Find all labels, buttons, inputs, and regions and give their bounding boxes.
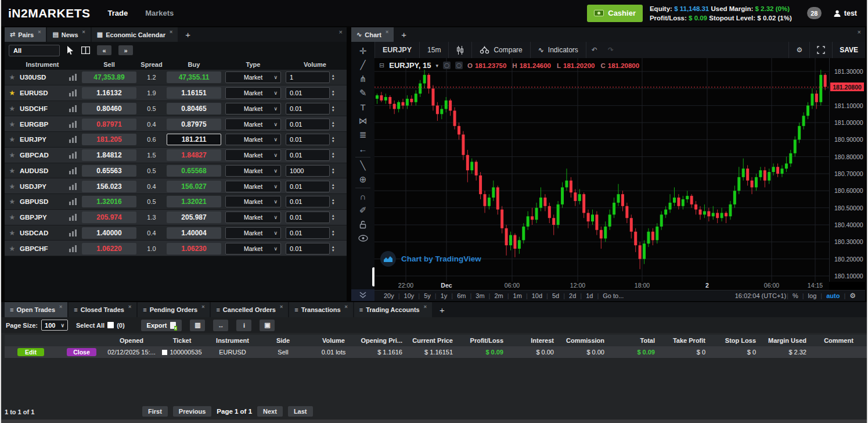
stepper-down-icon[interactable]: ▾ bbox=[332, 233, 334, 236]
range-button-3m[interactable]: 3m bbox=[472, 292, 488, 299]
trendline-icon[interactable]: ╱ bbox=[351, 58, 374, 72]
legend-settings-button[interactable]: ◯ bbox=[455, 62, 463, 69]
open-chart-button[interactable] bbox=[65, 89, 80, 96]
close-trade-button[interactable]: Close bbox=[67, 348, 96, 356]
range-button-1d[interactable]: 1d bbox=[582, 292, 596, 299]
volume-input[interactable]: 0.01 bbox=[286, 243, 330, 254]
open-chart-button[interactable] bbox=[65, 167, 80, 174]
instrument-row-gbpcad[interactable]: ★GBPCAD1.848121.51.84827Market∨0.01▴▾ bbox=[5, 148, 347, 163]
volume-stepper[interactable]: ▴▾ bbox=[332, 105, 334, 112]
stepper-down-icon[interactable]: ▾ bbox=[332, 124, 334, 128]
favorite-star-icon[interactable]: ★ bbox=[5, 229, 20, 237]
range-button-5y[interactable]: 5y bbox=[420, 292, 434, 299]
collapse-legend-icon[interactable]: ⊟ bbox=[379, 62, 384, 69]
order-type-select[interactable]: Market∨ bbox=[225, 227, 281, 239]
stepper-down-icon[interactable]: ▾ bbox=[332, 109, 334, 112]
volume-stepper[interactable]: ▴▾ bbox=[332, 183, 334, 190]
volume-stepper[interactable]: ▴▾ bbox=[332, 136, 334, 143]
cashier-button[interactable]: Cashier bbox=[587, 5, 643, 22]
open-chart-button[interactable] bbox=[65, 105, 80, 112]
tab-pending-orders[interactable]: ≡Pending Orders× bbox=[138, 302, 210, 317]
save-chart-button[interactable]: SAVE bbox=[832, 42, 865, 58]
interval-button[interactable]: 15m bbox=[420, 42, 449, 58]
volume-input[interactable]: 0.01 bbox=[286, 134, 330, 145]
tab-economic-calendar[interactable]: ▦Economic Calendar× bbox=[92, 27, 178, 42]
order-type-select[interactable]: Market∨ bbox=[225, 196, 281, 207]
stepper-down-icon[interactable]: ▾ bbox=[332, 202, 334, 205]
sell-price-button[interactable]: 1.32016 bbox=[82, 196, 136, 207]
instrument-row-usdcad[interactable]: ★USDCAD1.400000.41.40004Market∨0.01▴▾ bbox=[5, 225, 347, 241]
buy-price-button[interactable]: 205.987 bbox=[167, 212, 221, 223]
sell-price-button[interactable]: 0.80460 bbox=[82, 103, 136, 114]
user-menu[interactable]: test bbox=[833, 9, 860, 17]
volume-stepper[interactable]: ▴▾ bbox=[332, 230, 334, 236]
stepper-down-icon[interactable]: ▾ bbox=[332, 77, 334, 81]
favorite-star-icon[interactable]: ★ bbox=[5, 120, 20, 128]
sell-price-button[interactable]: 1.40000 bbox=[82, 227, 136, 239]
volume-input[interactable]: 0.01 bbox=[286, 87, 330, 99]
open-chart-button[interactable] bbox=[65, 183, 80, 190]
order-type-select[interactable]: Market∨ bbox=[225, 181, 281, 192]
stepper-down-icon[interactable]: ▾ bbox=[332, 187, 334, 190]
save-layout-button[interactable]: ▣ bbox=[260, 320, 275, 331]
volume-stepper[interactable]: ▴▾ bbox=[332, 214, 334, 221]
favorite-star-icon[interactable]: ★ bbox=[5, 213, 20, 221]
range-button-1y[interactable]: 1y bbox=[437, 292, 451, 299]
first-page-button[interactable]: First bbox=[142, 406, 168, 417]
stepper-down-icon[interactable]: ▾ bbox=[332, 93, 334, 96]
volume-input[interactable]: 0.01 bbox=[286, 103, 330, 114]
order-type-select[interactable]: Market∨ bbox=[225, 149, 281, 161]
open-chart-button[interactable] bbox=[65, 214, 80, 221]
order-type-select[interactable]: Market∨ bbox=[225, 165, 281, 177]
nav-markets[interactable]: Markets bbox=[145, 9, 174, 17]
close-tab-icon[interactable]: × bbox=[170, 29, 172, 35]
order-type-select[interactable]: Market∨ bbox=[225, 212, 281, 223]
zoom-in-icon[interactable]: ⊕ bbox=[351, 173, 374, 187]
indicators-button[interactable]: ∿ Indicators bbox=[531, 42, 586, 58]
range-button-go-to-[interactable]: Go to... bbox=[599, 292, 627, 299]
buy-price-button[interactable]: 181.211 bbox=[167, 134, 221, 145]
instrument-row-gbpusd[interactable]: ★GBPUSD1.320160.51.32021Market∨0.01▴▾ bbox=[5, 194, 347, 210]
instrument-row-eurjpy[interactable]: ★EURJPY181.2050.6181.211Market∨0.01▴▾ bbox=[5, 132, 347, 148]
instrument-row-usdchf[interactable]: ★USDCHF0.804600.50.80465Market∨0.01▴▾ bbox=[5, 101, 347, 117]
close-tab-icon[interactable]: × bbox=[128, 304, 131, 310]
close-tab-icon[interactable]: × bbox=[424, 304, 427, 310]
sell-price-button[interactable]: 47,353.89 bbox=[82, 71, 136, 83]
info-button[interactable]: i bbox=[236, 320, 251, 331]
volume-input[interactable]: 1 bbox=[286, 71, 330, 83]
candle-style-button[interactable] bbox=[449, 42, 472, 58]
cursor-icon[interactable] bbox=[67, 46, 74, 55]
instrument-row-eurusd[interactable]: ★EURUSD1.161321.91.16151Market∨0.01▴▾ bbox=[5, 85, 347, 101]
favorite-star-icon[interactable]: ★ bbox=[5, 245, 20, 253]
range-button-2d[interactable]: 2d bbox=[566, 292, 579, 299]
scale-button-auto[interactable]: auto bbox=[823, 292, 843, 299]
edit-trade-button[interactable]: Edit bbox=[17, 348, 44, 356]
sell-price-button[interactable]: 1.84812 bbox=[82, 149, 136, 161]
previous-page-button[interactable]: Previous bbox=[173, 406, 211, 417]
volume-stepper[interactable]: ▴▾ bbox=[332, 152, 334, 159]
buy-price-button[interactable]: 0.87975 bbox=[167, 119, 221, 130]
add-tab-button[interactable]: + bbox=[179, 27, 197, 42]
pitchfork-icon[interactable]: ⋔ bbox=[351, 72, 374, 86]
volume-input[interactable]: 0.01 bbox=[286, 119, 330, 130]
range-button-20y[interactable]: 20y bbox=[380, 292, 398, 299]
volume-stepper[interactable]: ▴▾ bbox=[332, 198, 334, 205]
collapse-toolbar-button[interactable] bbox=[351, 289, 374, 301]
range-button-10y[interactable]: 10y bbox=[401, 292, 418, 299]
redo-button[interactable]: ↷ bbox=[603, 42, 619, 58]
buy-price-button[interactable]: 1.06230 bbox=[167, 243, 221, 254]
tab-pairs[interactable]: ⇄Pairs× bbox=[5, 27, 46, 42]
instrument-row-usdjpy[interactable]: ★USDJPY156.0230.4156.027Market∨0.01▴▾ bbox=[5, 178, 347, 194]
text-tool-icon[interactable]: T bbox=[351, 100, 374, 114]
eye-icon[interactable] bbox=[351, 231, 374, 245]
volume-stepper[interactable]: ▴▾ bbox=[332, 245, 334, 252]
stepper-down-icon[interactable]: ▾ bbox=[332, 171, 334, 174]
scale-button--[interactable]: % bbox=[789, 292, 802, 299]
columns-icon[interactable] bbox=[81, 46, 90, 54]
legend-caret-icon[interactable]: ▾ bbox=[435, 63, 438, 69]
tab-chart[interactable]: ∿Chart× bbox=[351, 27, 394, 42]
instrument-row-gbpjpy[interactable]: ★GBPJPY205.9741.3205.987Market∨0.01▴▾ bbox=[5, 210, 347, 225]
add-tab-button[interactable]: + bbox=[395, 27, 413, 42]
instrument-row-u30usd[interactable]: ★U30USD47,353.891.247,355.11Market∨1▴▾ bbox=[5, 70, 347, 85]
volume-input[interactable]: 1000 bbox=[286, 165, 330, 177]
